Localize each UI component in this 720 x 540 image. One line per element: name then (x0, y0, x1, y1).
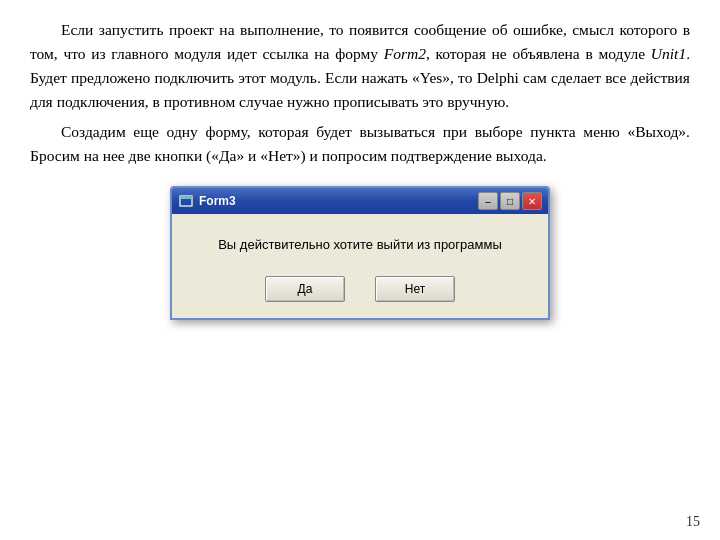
page: Если запустить проект на выполнение, то … (0, 0, 720, 540)
page-number: 15 (686, 514, 700, 530)
dialog-titlebar: Form3 – □ ✕ (172, 188, 548, 214)
dialog-wrapper: Form3 – □ ✕ Вы действительно хотите выйт… (30, 186, 690, 320)
paragraph-1: Если запустить проект на выполнение, то … (30, 18, 690, 114)
minimize-icon: – (485, 196, 491, 207)
paragraph-2: Создадим еще одну форму, которая будет в… (30, 120, 690, 168)
svg-rect-1 (180, 196, 192, 199)
yes-button[interactable]: Да (265, 276, 345, 302)
titlebar-buttons: – □ ✕ (478, 192, 542, 210)
text-para2: Создадим еще одну форму, которая будет в… (30, 123, 690, 164)
dialog-window: Form3 – □ ✕ Вы действительно хотите выйт… (170, 186, 550, 320)
close-button[interactable]: ✕ (522, 192, 542, 210)
dialog-body: Вы действительно хотите выйти из програм… (172, 214, 548, 318)
text-block: Если запустить проект на выполнение, то … (30, 18, 690, 168)
dialog-message: Вы действительно хотите выйти из програм… (192, 236, 528, 254)
dialog-icon (178, 193, 194, 209)
minimize-button[interactable]: – (478, 192, 498, 210)
maximize-button[interactable]: □ (500, 192, 520, 210)
text-unit1: Unit1 (651, 45, 686, 62)
dialog-buttons: Да Нет (192, 276, 528, 302)
window-icon (179, 194, 193, 208)
text-para1-b: , которая не объявлена в модуле (426, 45, 651, 62)
close-icon: ✕ (528, 196, 536, 207)
no-button[interactable]: Нет (375, 276, 455, 302)
text-form2: Form2 (384, 45, 426, 62)
maximize-icon: □ (507, 196, 513, 207)
dialog-title: Form3 (199, 194, 478, 208)
